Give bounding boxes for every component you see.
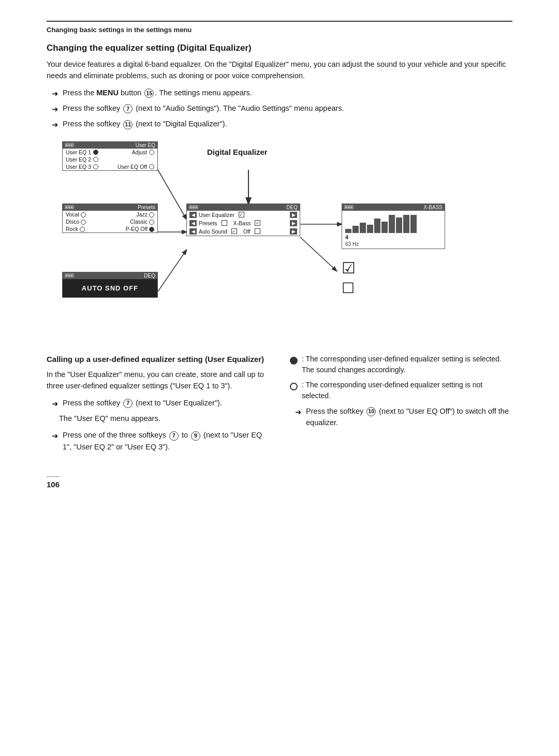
- usereq-row-2: User EQ 2: [63, 156, 157, 163]
- deq-row-2: ◀ Presets X-Bass ▶: [187, 219, 300, 227]
- bullet-2: : The corresponding user-defined equaliz…: [290, 380, 512, 401]
- radio-empty-1: [149, 150, 154, 155]
- col-right: : The corresponding user-defined equaliz…: [290, 354, 512, 456]
- xbass-value-label: 4: [342, 234, 445, 241]
- xbass-hz-label: 63 Hz: [342, 241, 445, 249]
- presets-row-1: Vocal Jazz: [63, 211, 157, 218]
- s2-step-right-text: Press the softkey 10 (next to "User EQ O…: [306, 405, 512, 429]
- bullet-2-text: : The corresponding user-defined equaliz…: [302, 380, 512, 401]
- auto-snd-text: AUTO SND OFF: [63, 279, 157, 297]
- diagram-title: Digital Equalizer: [207, 148, 268, 156]
- deq-main-title: DEQ: [286, 205, 298, 210]
- page-number: 106: [47, 476, 60, 489]
- arrow-icon-s2-2: ➜: [52, 430, 58, 442]
- bullet-empty-icon: [290, 381, 298, 392]
- s2-usereq-appears: The "User EQ" menu appears.: [47, 413, 269, 424]
- presets-box: Presets Vocal Jazz Disco Classic Rock P-…: [62, 203, 158, 234]
- off-checkbox: [255, 228, 260, 234]
- svg-line-5: [300, 237, 336, 271]
- deq-small-box: DEQ AUTO SND OFF: [62, 272, 158, 298]
- bullet-filled-icon: [290, 355, 298, 366]
- deq-row-1: ◀ User Equalizer ▶: [187, 211, 300, 219]
- arrow-icon-1: ➜: [52, 88, 58, 99]
- presets-row-2: Disco Classic: [63, 218, 157, 225]
- large-square: ☐: [342, 281, 355, 296]
- presets-title: Presets: [138, 205, 155, 210]
- bullet-1-text: : The corresponding user-defined equaliz…: [302, 354, 512, 375]
- col-left: Calling up a user-defined equalizer sett…: [47, 354, 269, 456]
- xbass-hz-value: 63: [345, 241, 351, 247]
- circle-15: 15: [144, 89, 154, 98]
- header-label: Changing basic settings in the settings …: [47, 26, 192, 34]
- xbass-box: X-BASS 4 63 Hz: [342, 203, 445, 249]
- radio-filled-1: [93, 150, 98, 155]
- circle-7b: 7: [123, 399, 133, 408]
- step-3-text: Press the softkey 11 (next to "Digital E…: [63, 118, 227, 129]
- s2-step-1: ➜ Press the softkey 7 (next to "User Equ…: [47, 397, 269, 410]
- section2-title: Calling up a user-defined equalizer sett…: [47, 354, 269, 365]
- deq-small-title: DEQ: [144, 273, 155, 279]
- deq-main-box: DEQ ◀ User Equalizer ▶ ◀ Presets X-Bass …: [186, 203, 300, 236]
- xbass-value: 4: [345, 234, 348, 240]
- bullet-1: : The corresponding user-defined equaliz…: [290, 354, 512, 375]
- s2-step-right: ➜ Press the softkey 10 (next to "User EQ…: [290, 405, 512, 429]
- autosound-checkbox: [231, 228, 237, 234]
- ueq-checkbox: [239, 212, 244, 217]
- large-checkmark: ☑: [342, 260, 356, 276]
- circle-10: 10: [366, 407, 376, 416]
- step-1: ➜ Press the MENU button 15. The settings…: [47, 87, 512, 99]
- step-2: ➜ Press the softkey 7 (next to "Audio Se…: [47, 103, 512, 115]
- circle-7a: 7: [123, 104, 133, 113]
- deq-row-3: ◀ Auto Sound Off ▶: [187, 227, 300, 236]
- radio-empty-4: [149, 164, 154, 169]
- usereq-title: User EQ: [136, 142, 155, 148]
- circle-9: 9: [191, 431, 200, 441]
- usereq-row-3: User EQ 3 User EQ Off: [63, 163, 157, 170]
- xbass-hz-unit: Hz: [352, 241, 359, 247]
- presets-row-3: Rock P-EQ Off: [63, 225, 157, 232]
- circle-7c: 7: [169, 431, 179, 441]
- step-2-text: Press the softkey 7 (next to "Audio Sett…: [63, 103, 344, 114]
- radio-empty-3: [93, 164, 98, 169]
- section1-body: Your device features a digital 6-band eq…: [47, 59, 512, 82]
- xbass-title: X-BASS: [423, 205, 443, 210]
- s2-step-2: ➜ Press one of the three softkeys 7 to 9…: [47, 429, 269, 453]
- arrow-icon-s2-1: ➜: [52, 398, 58, 410]
- presets-checkbox: [222, 220, 227, 226]
- xbass-checkbox: [255, 220, 260, 226]
- radio-empty-2: [93, 157, 98, 162]
- xbass-bars: [342, 211, 445, 234]
- s2-step-1-text: Press the softkey 7 (next to "User Equal…: [63, 397, 222, 409]
- arrow-icon-s2-right: ➜: [295, 406, 302, 418]
- bottom-section: Calling up a user-defined equalizer sett…: [47, 354, 512, 456]
- svg-line-3: [158, 250, 186, 292]
- header-section: Changing basic settings in the settings …: [47, 21, 512, 34]
- circle-11: 11: [123, 120, 133, 129]
- usereq-row-1: User EQ 1 Adjust: [63, 149, 157, 156]
- step-3: ➜ Press the softkey 11 (next to "Digital…: [47, 118, 512, 130]
- s2-step-2-text: Press one of the three softkeys 7 to 9 (…: [63, 429, 269, 453]
- usereq-box: User EQ User EQ 1 Adjust User EQ 2 User …: [62, 141, 158, 171]
- arrow-icon-2: ➜: [52, 103, 58, 115]
- step-1-text: Press the MENU button 15. The settings m…: [63, 87, 252, 98]
- diagram-area: Digital Equalizer User EQ User EQ 1 Adju…: [47, 141, 512, 338]
- section2-body: In the "User Equalizer" menu, you can cr…: [47, 369, 269, 392]
- svg-line-1: [158, 170, 186, 219]
- section1-title: Changing the equalizer setting (Digital …: [47, 43, 512, 53]
- arrow-icon-3: ➜: [52, 119, 58, 130]
